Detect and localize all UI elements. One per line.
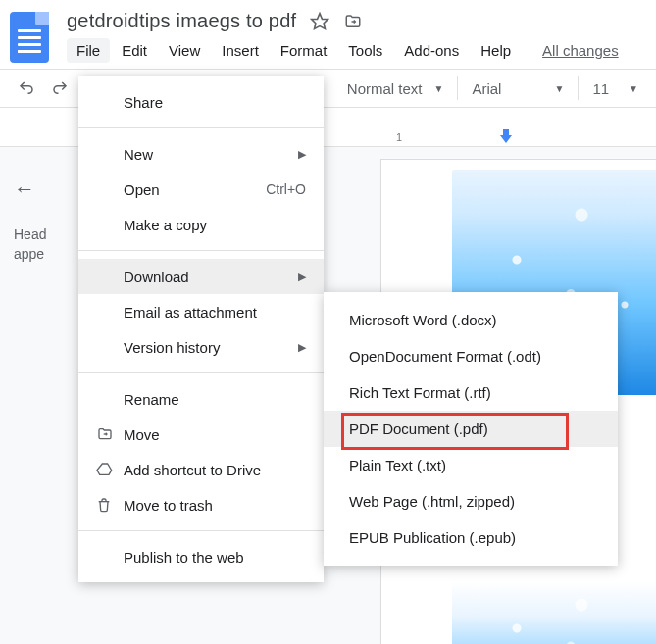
paragraph-style-select[interactable]: Normal text ▼	[339, 76, 452, 101]
move-folder-icon[interactable]	[343, 13, 363, 30]
chevron-right-icon: ▶	[298, 341, 306, 354]
file-menu-version-history[interactable]: Version history ▶	[78, 329, 324, 365]
download-submenu: Microsoft Word (.docx) OpenDocument Form…	[324, 292, 618, 566]
ruler-tick: 1	[396, 131, 402, 143]
redo-button[interactable]	[43, 74, 76, 103]
drive-icon	[96, 462, 124, 477]
docs-app-icon[interactable]	[10, 12, 49, 63]
download-rtf[interactable]: Rich Text Format (.rtf)	[324, 374, 618, 411]
shortcut-label: Ctrl+O	[266, 181, 306, 197]
menu-format[interactable]: Format	[271, 38, 337, 63]
font-family-label: Arial	[472, 80, 501, 97]
file-menu-download[interactable]: Download ▶	[78, 259, 324, 294]
chevron-right-icon: ▶	[298, 271, 306, 283]
font-size-value: 11	[592, 80, 609, 97]
paragraph-style-label: Normal text	[347, 80, 423, 97]
font-size-select[interactable]: 11 ▼	[584, 76, 646, 101]
menu-addons[interactable]: Add-ons	[394, 38, 469, 63]
download-odt[interactable]: OpenDocument Format (.odt)	[324, 338, 618, 374]
file-menu-email-attachment[interactable]: Email as attachment	[78, 294, 324, 329]
file-menu-move-trash[interactable]: Move to trash	[78, 487, 324, 522]
menu-all-changes[interactable]: All changes	[532, 38, 629, 63]
folder-move-icon	[96, 426, 124, 442]
chevron-down-icon: ▼	[434, 83, 444, 94]
file-menu-rename[interactable]: Rename	[78, 381, 324, 417]
download-epub[interactable]: EPUB Publication (.epub)	[324, 520, 618, 556]
download-docx[interactable]: Microsoft Word (.docx)	[324, 302, 618, 338]
font-family-select[interactable]: Arial ▼	[464, 76, 572, 101]
indent-marker-icon[interactable]	[500, 135, 512, 143]
chevron-down-icon: ▼	[629, 83, 638, 94]
undo-button[interactable]	[10, 74, 43, 103]
menu-tools[interactable]: Tools	[338, 38, 392, 63]
image-water-splash[interactable]	[452, 581, 656, 644]
menu-edit[interactable]: Edit	[112, 38, 157, 63]
menu-file[interactable]: File	[67, 38, 110, 63]
document-title[interactable]: getdroidtips imaegs to pdf	[67, 10, 296, 32]
file-menu-share[interactable]: Share	[78, 84, 324, 120]
trash-icon	[96, 496, 124, 514]
download-pdf[interactable]: PDF Document (.pdf)	[324, 411, 618, 447]
file-menu-publish-web[interactable]: Publish to the web	[78, 539, 324, 574]
menubar: File Edit View Insert Format Tools Add-o…	[67, 38, 646, 63]
file-menu-new[interactable]: New ▶	[78, 136, 324, 172]
download-html[interactable]: Web Page (.html, zipped)	[324, 483, 618, 520]
download-txt[interactable]: Plain Text (.txt)	[324, 447, 618, 483]
menu-insert[interactable]: Insert	[212, 38, 269, 63]
file-menu-open[interactable]: Open Ctrl+O	[78, 172, 324, 207]
file-menu-add-shortcut[interactable]: Add shortcut to Drive	[78, 452, 324, 487]
file-menu-move[interactable]: Move	[78, 417, 324, 452]
svg-marker-0	[312, 13, 328, 28]
file-menu-dropdown: Share New ▶ Open Ctrl+O Make a copy Down…	[78, 76, 324, 582]
outline-placeholder: Head appe	[14, 225, 84, 264]
menu-view[interactable]: View	[159, 38, 210, 63]
chevron-down-icon: ▼	[555, 83, 565, 94]
file-menu-make-copy[interactable]: Make a copy	[78, 207, 324, 242]
star-icon[interactable]	[310, 12, 329, 31]
chevron-right-icon: ▶	[298, 148, 306, 161]
menu-help[interactable]: Help	[471, 38, 521, 63]
back-arrow-icon[interactable]: ←	[14, 176, 84, 202]
